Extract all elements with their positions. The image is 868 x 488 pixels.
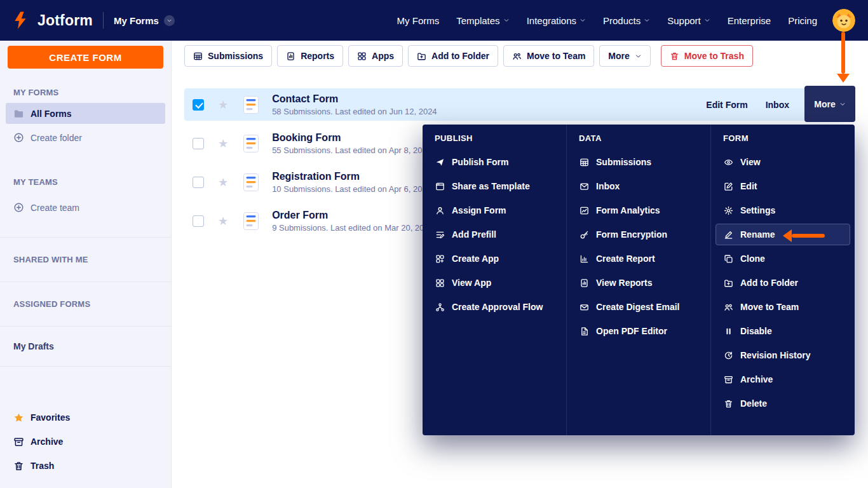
sidebar-item-shared-with-me[interactable]: SHARED WITH ME	[0, 237, 171, 281]
star-icon[interactable]: ★	[218, 215, 228, 227]
apps-button[interactable]: Apps	[348, 45, 403, 67]
sidebar-item-assigned-forms[interactable]: ASSIGNED FORMS	[0, 281, 171, 326]
nav-divider	[103, 12, 104, 29]
toolbar-more-button[interactable]: More	[599, 45, 650, 67]
menu-item-add-to-folder[interactable]: Add to Folder	[715, 272, 850, 294]
menu-item-create-app[interactable]: Create App	[427, 248, 562, 269]
nav-item-templates[interactable]: Templates	[456, 15, 509, 26]
menu-item-label: View Reports	[596, 278, 652, 288]
breadcrumb-chevron-badge[interactable]	[164, 15, 175, 26]
form-row-contact-form[interactable]: ★ Contact Form 58 Submissions. Last edit…	[184, 88, 855, 121]
row-checkbox[interactable]	[193, 215, 204, 227]
menu-item-label: View	[740, 157, 761, 167]
menu-item-label: View App	[452, 278, 491, 288]
edit-form-link[interactable]: Edit Form	[706, 100, 747, 110]
menu-item-rename[interactable]: Rename	[715, 224, 850, 245]
form-subtitle: 9 Submissions. Last edited on Mar 20, 20…	[272, 223, 433, 233]
submissions-grid-icon	[580, 158, 589, 167]
sidebar-item-label: Favorites	[31, 412, 70, 423]
star-icon[interactable]: ★	[218, 99, 228, 111]
breadcrumb[interactable]: My Forms	[114, 15, 175, 26]
nav-item-label: Support	[667, 15, 701, 26]
menu-item-submissions[interactable]: Submissions	[571, 151, 706, 173]
row-checkbox[interactable]	[193, 99, 204, 111]
create-form-button[interactable]: CREATE FORM	[8, 46, 163, 69]
move-to-team-button[interactable]: Move to Team	[503, 45, 594, 67]
menu-item-create-report[interactable]: Create Report	[571, 248, 706, 269]
sidebar-item-create-team[interactable]: Create team	[6, 197, 165, 218]
add-to-folder-button[interactable]: Add to Folder	[408, 45, 498, 67]
submissions-button[interactable]: Submissions	[184, 45, 272, 67]
sidebar-item-trash[interactable]: Trash	[6, 454, 165, 478]
form-meta: Registration Form 10 Submissions. Last e…	[272, 171, 431, 194]
menu-item-archive[interactable]: Archive	[715, 369, 850, 390]
menu-item-assign-form[interactable]: Assign Form	[427, 200, 562, 221]
menu-item-label: Revision History	[740, 350, 810, 360]
menu-item-add-prefill[interactable]: Add Prefill	[427, 224, 562, 245]
nav-item-my-forms[interactable]: My Forms	[397, 15, 440, 26]
row-more-button[interactable]: More	[804, 86, 855, 122]
menu-item-settings[interactable]: Settings	[715, 200, 850, 221]
row-checkbox[interactable]	[193, 138, 204, 149]
avatar-image	[832, 9, 855, 32]
menu-item-inbox[interactable]: Inbox	[571, 175, 706, 197]
reports-button[interactable]: Reports	[277, 45, 343, 67]
menu-item-view[interactable]: View	[715, 151, 850, 173]
team-icon	[512, 51, 522, 61]
row-checkbox[interactable]	[193, 177, 204, 188]
jotform-logo-icon	[13, 11, 32, 30]
menu-item-label: Archive	[740, 374, 773, 384]
sidebar-item-my-drafts[interactable]: My Drafts	[0, 326, 171, 367]
chevron-down-icon	[503, 17, 510, 24]
menu-item-form-analytics[interactable]: Form Analytics	[571, 200, 706, 221]
sidebar-item-create-folder[interactable]: Create folder	[6, 127, 165, 148]
button-label: Move to Team	[527, 51, 585, 61]
menu-item-view-reports[interactable]: View Reports	[571, 272, 706, 294]
sidebar-item-label: Create folder	[31, 133, 82, 143]
nav-item-integrations[interactable]: Integrations	[527, 15, 586, 26]
move-to-trash-button[interactable]: Move to Trash	[661, 45, 753, 67]
star-icon[interactable]: ★	[218, 177, 228, 188]
menu-item-publish-form[interactable]: Publish Form	[427, 151, 562, 173]
menu-item-label: Edit	[740, 181, 757, 191]
my-teams-section-header: MY TEAMS	[0, 177, 171, 187]
form-title: Booking Form	[272, 132, 431, 144]
archive-icon	[724, 375, 733, 384]
form-subtitle: 58 Submissions. Last edited on Jun 12, 2…	[272, 107, 437, 116]
menu-item-revision-history[interactable]: Revision History	[715, 344, 850, 366]
apps-icon	[357, 51, 367, 61]
sidebar-item-archive[interactable]: Archive	[6, 430, 165, 454]
menu-item-label: Disable	[740, 326, 772, 336]
button-label: Reports	[301, 51, 334, 61]
menu-item-form-encryption[interactable]: Form Encryption	[571, 224, 706, 245]
star-icon[interactable]: ★	[218, 138, 228, 149]
sidebar-item-favorites[interactable]: Favorites	[6, 405, 165, 430]
menu-item-clone[interactable]: Clone	[715, 248, 850, 269]
nav-item-support[interactable]: Support	[667, 15, 710, 26]
sidebar: CREATE FORM MY FORMS All Forms Create fo…	[0, 41, 172, 488]
menu-item-label: Settings	[740, 205, 775, 215]
menu-item-label: Share as Template	[452, 181, 530, 191]
nav-item-enterprise[interactable]: Enterprise	[728, 15, 771, 26]
menu-header-form: FORM	[711, 132, 855, 145]
nav-item-pricing[interactable]: Pricing	[788, 15, 817, 26]
folder-add-icon	[724, 278, 733, 288]
nav-item-products[interactable]: Products	[603, 15, 650, 26]
menu-item-delete[interactable]: Delete	[715, 393, 850, 414]
menu-item-create-digest-email[interactable]: Create Digest Email	[571, 296, 706, 318]
jotform-logo[interactable]: Jotform	[13, 11, 93, 30]
menu-item-edit[interactable]: Edit	[715, 175, 850, 197]
menu-item-open-pdf-editor[interactable]: Open PDF Editor	[571, 320, 706, 342]
approval-flow-icon	[435, 302, 445, 312]
archive-icon	[13, 437, 24, 447]
menu-item-disable[interactable]: Disable	[715, 320, 850, 342]
menu-item-label: Create Report	[596, 254, 655, 264]
inbox-link[interactable]: Inbox	[766, 100, 789, 110]
view-app-icon	[435, 278, 445, 288]
avatar[interactable]	[832, 9, 855, 32]
sidebar-item-all-forms[interactable]: All Forms	[6, 103, 165, 124]
menu-item-create-approval-flow[interactable]: Create Approval Flow	[427, 296, 562, 318]
menu-item-view-app[interactable]: View App	[427, 272, 562, 294]
menu-item-share-as-template[interactable]: Share as Template	[427, 175, 562, 197]
menu-item-move-to-team[interactable]: Move to Team	[715, 296, 850, 318]
